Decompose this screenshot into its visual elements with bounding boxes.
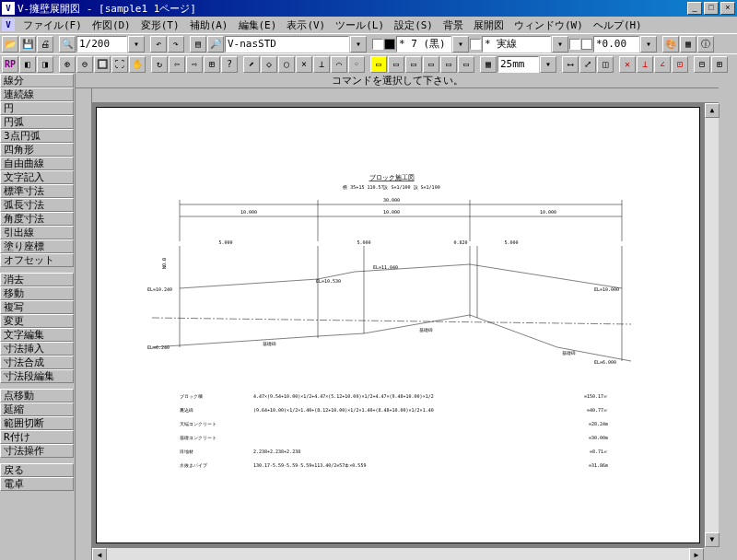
- tool-b[interactable]: ◨: [37, 56, 53, 73]
- fwd-icon[interactable]: ⇨: [186, 56, 203, 73]
- zoom-fit-icon[interactable]: ⛶: [111, 56, 128, 73]
- refresh-icon[interactable]: ↻: [151, 56, 168, 73]
- snap-value[interactable]: [497, 56, 539, 73]
- menu-edit[interactable]: 編集(E): [234, 18, 282, 33]
- cmd-3点円弧[interactable]: 3点円弧: [0, 129, 74, 143]
- maximize-button[interactable]: □: [704, 2, 719, 15]
- layer-4-icon[interactable]: ▭: [423, 56, 439, 73]
- menu-expand[interactable]: 展開図: [469, 18, 509, 33]
- linestyle-dropdown[interactable]: ▾: [552, 36, 568, 52]
- snap-near-icon[interactable]: ◦: [348, 56, 365, 73]
- tool-a[interactable]: ◧: [19, 56, 36, 73]
- snap-int-icon[interactable]: ×: [296, 56, 312, 73]
- cmd-弧長寸法[interactable]: 弧長寸法: [0, 198, 74, 212]
- redo-icon[interactable]: ↷: [168, 36, 184, 52]
- cmd-角度寸法[interactable]: 角度寸法: [0, 212, 74, 226]
- scroll-down-icon[interactable]: ▼: [705, 532, 719, 547]
- scale-dropdown[interactable]: ▾: [128, 36, 145, 52]
- cmd-寸法操作[interactable]: 寸法操作: [0, 444, 74, 458]
- menu-file[interactable]: ファイル(F): [18, 18, 87, 33]
- cmd-円弧[interactable]: 円弧: [0, 115, 74, 129]
- red-c-icon[interactable]: ∠: [654, 56, 671, 73]
- menu-transform[interactable]: 変形(T): [136, 18, 184, 33]
- cmd-寸法挿入[interactable]: 寸法挿入: [0, 342, 74, 356]
- drawing-canvas[interactable]: ブロック施工図 横 35+15 110.5?設 S=1/100 設 S=1/10…: [96, 107, 700, 543]
- vertical-scrollbar[interactable]: ▲ ▼: [704, 103, 719, 547]
- cmd-電卓[interactable]: 電卓: [0, 477, 74, 491]
- cmd-移動[interactable]: 移動: [0, 286, 74, 300]
- rp-icon[interactable]: RP: [2, 56, 18, 73]
- red-d-icon[interactable]: ⊡: [672, 56, 688, 73]
- snap-end-icon[interactable]: ⬈: [243, 56, 260, 73]
- linewidth-checkbox[interactable]: [569, 39, 580, 50]
- snap-mid-icon[interactable]: ◇: [261, 56, 277, 73]
- save-icon[interactable]: 💾: [19, 36, 36, 52]
- cmd-自由曲線[interactable]: 自由曲線: [0, 157, 74, 170]
- info-icon[interactable]: ⓘ: [697, 36, 714, 52]
- cmd-文字編集[interactable]: 文字編集: [0, 328, 74, 342]
- palette-icon[interactable]: 🎨: [662, 36, 679, 52]
- cfg-a-icon[interactable]: ⊟: [694, 56, 710, 73]
- cmd-標準寸法[interactable]: 標準寸法: [0, 184, 74, 198]
- snap-tan-icon[interactable]: ⌒: [331, 56, 347, 73]
- cmd-延縮[interactable]: 延縮: [0, 402, 74, 416]
- grid-icon[interactable]: ▦: [680, 36, 696, 52]
- horizontal-scrollbar[interactable]: ◀ ▶: [92, 547, 704, 560]
- cmd-変更[interactable]: 変更: [0, 314, 74, 328]
- dim-a-icon[interactable]: ⟷: [562, 56, 579, 73]
- preview-icon[interactable]: 🔍: [59, 36, 76, 52]
- dim-b-icon[interactable]: ⤢: [579, 56, 596, 73]
- snap-cen-icon[interactable]: ○: [278, 56, 295, 73]
- layer-2-icon[interactable]: ▭: [388, 56, 404, 73]
- menu-window[interactable]: ウィンドウ(W): [509, 18, 588, 33]
- zoom-in-icon[interactable]: ⊕: [59, 56, 76, 73]
- snap-dropdown[interactable]: ▾: [540, 56, 556, 73]
- undo-icon[interactable]: ↶: [150, 36, 167, 52]
- add-icon[interactable]: ⊞: [204, 56, 220, 73]
- dim-c-icon[interactable]: ◫: [597, 56, 614, 73]
- open-icon[interactable]: 📂: [2, 36, 18, 52]
- help-icon[interactable]: ?: [221, 56, 238, 73]
- style-combo[interactable]: [225, 36, 349, 52]
- menu-help[interactable]: ヘルプ(H): [589, 18, 647, 33]
- cmd-四角形[interactable]: 四角形: [0, 143, 74, 157]
- linestyle-combo[interactable]: [482, 36, 551, 52]
- close-button[interactable]: ×: [720, 2, 735, 15]
- search-icon[interactable]: 🔎: [207, 36, 224, 52]
- cfg-b-icon[interactable]: ⊞: [711, 56, 728, 73]
- zoom-out-icon[interactable]: ⊖: [76, 56, 93, 73]
- red-b-icon[interactable]: ⊥: [637, 56, 653, 73]
- cmd-寸法段編集[interactable]: 寸法段編集: [0, 369, 74, 383]
- cmd-点移動[interactable]: 点移動: [0, 389, 74, 402]
- snap-perp-icon[interactable]: ⊥: [313, 56, 330, 73]
- layer-6-icon[interactable]: ▭: [458, 56, 474, 73]
- color-checkbox[interactable]: [372, 39, 383, 50]
- menu-settings[interactable]: 設定(S): [390, 18, 438, 33]
- linewidth-combo[interactable]: [593, 36, 639, 52]
- menu-draw[interactable]: 作図(D): [88, 18, 135, 33]
- layer-3-icon[interactable]: ▭: [405, 56, 422, 73]
- cmd-戻る[interactable]: 戻る: [0, 463, 74, 477]
- print-icon[interactable]: 🖨: [37, 36, 53, 52]
- menu-background[interactable]: 背景: [439, 18, 468, 33]
- scale-input[interactable]: [76, 36, 127, 52]
- cmd-線分[interactable]: 線分: [0, 74, 74, 88]
- layer-5-icon[interactable]: ▭: [440, 56, 457, 73]
- scroll-left-icon[interactable]: ◀: [92, 548, 107, 560]
- cmd-引出線[interactable]: 引出線: [0, 226, 74, 239]
- style-dropdown[interactable]: ▾: [350, 36, 367, 52]
- red-a-icon[interactable]: ✕: [619, 56, 636, 73]
- back-icon[interactable]: ⇦: [169, 56, 185, 73]
- cmd-塗り座標[interactable]: 塗り座標: [0, 239, 74, 253]
- zoom-window-icon[interactable]: 🔲: [94, 56, 111, 73]
- linewidth-dropdown[interactable]: ▾: [640, 36, 657, 52]
- layer-icon[interactable]: ▤: [190, 36, 206, 52]
- color-dropdown[interactable]: ▾: [452, 36, 469, 52]
- menu-tool[interactable]: ツール(L): [331, 18, 389, 33]
- cmd-円[interactable]: 円: [0, 101, 74, 115]
- cmd-消去[interactable]: 消去: [0, 273, 74, 286]
- cmd-R付け[interactable]: R付け: [0, 430, 74, 444]
- layer-1-icon[interactable]: ▭: [370, 56, 387, 73]
- linestyle-checkbox[interactable]: [470, 39, 481, 50]
- cmd-文字記入[interactable]: 文字記入: [0, 170, 74, 184]
